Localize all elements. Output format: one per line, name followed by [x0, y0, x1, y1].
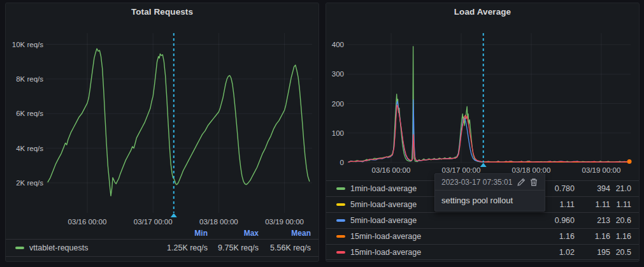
svg-text:2K req/s: 2K req/s [16, 179, 43, 187]
legend-total-requests: Min Max Mean vttablet-requests 1.25K req… [6, 227, 318, 257]
svg-text:03/16 00:00: 03/16 00:00 [372, 166, 411, 174]
legend-header-row: Min Max Mean [6, 227, 318, 239]
series-mean: 20.6 [610, 216, 631, 225]
svg-text:4K req/s: 4K req/s [16, 145, 43, 152]
svg-text:6K req/s: 6K req/s [16, 110, 43, 117]
series-mean: 1.16 [610, 232, 631, 241]
series-max: 213 [575, 216, 610, 225]
series-max: 1.11 [575, 200, 610, 209]
svg-text:03/16 00:00: 03/16 00:00 [68, 218, 107, 226]
trash-icon[interactable] [529, 178, 538, 187]
legend-header-mean[interactable]: Mean [259, 229, 311, 238]
series-max: 394 [575, 184, 610, 193]
series-label[interactable]: 5min-load-average [350, 216, 536, 225]
svg-text:10K req/s: 10K req/s [12, 41, 43, 48]
series-min: 1.25K req/s [154, 243, 208, 252]
svg-text:400: 400 [332, 41, 344, 48]
series-swatch [336, 219, 345, 222]
series-label[interactable]: vttablet-requests [29, 243, 154, 252]
series-mean: 20.5 [610, 248, 631, 257]
panel-total-requests: 2K req/s4K req/s6K req/s8K req/s10K req/… [5, 3, 319, 262]
annotation-tooltip: 2023-03-17 07:35:01 settings pool rollou… [434, 173, 545, 212]
legend-header-min[interactable]: Min [154, 229, 208, 238]
legend-row: vttablet-requests 1.25K req/s 9.75K req/… [6, 239, 318, 257]
svg-text:100: 100 [332, 129, 344, 137]
svg-text:200: 200 [332, 100, 344, 108]
series-mean: 1.11 [610, 200, 631, 209]
legend-row: 15min-load-average 1.16 1.16 1.16 [326, 228, 639, 244]
svg-text:8K req/s: 8K req/s [16, 75, 43, 83]
pencil-icon[interactable] [517, 178, 526, 187]
legend-row: 15min-load-average 1.02 195 20.5 [326, 244, 639, 260]
legend-header-max[interactable]: Max [208, 229, 259, 238]
series-min: 1.16 [536, 232, 575, 241]
svg-text:300: 300 [332, 70, 344, 78]
annotation-text: settings pool rollout [435, 191, 545, 211]
series-min: 1.02 [536, 248, 575, 257]
series-swatch [336, 203, 345, 206]
panel-load-average: 010020030040003/16 00:0003/17 00:0003/18… [326, 3, 640, 262]
series-mean: 5.56K req/s [259, 243, 311, 252]
svg-text:03/18 00:00: 03/18 00:00 [199, 218, 238, 226]
panel-title[interactable]: Load Average [326, 7, 639, 18]
legend-row: 5min-load-average 0.960 213 20.6 [326, 212, 639, 228]
series-swatch [15, 247, 24, 249]
series-min: 0.960 [536, 216, 575, 225]
svg-text:03/19 00:00: 03/19 00:00 [265, 218, 304, 226]
series-max: 9.75K req/s [208, 243, 259, 252]
svg-text:0: 0 [340, 159, 344, 166]
panel-title[interactable]: Total Requests [6, 7, 318, 18]
series-swatch [336, 235, 345, 238]
series-max: 1.16 [575, 232, 610, 241]
svg-text:03/17 00:00: 03/17 00:00 [134, 218, 173, 226]
series-label[interactable]: 15min-load-average [350, 232, 536, 241]
total-requests-chart[interactable]: 2K req/s4K req/s6K req/s8K req/s10K req/… [6, 3, 318, 261]
series-swatch [336, 251, 345, 254]
series-swatch [336, 187, 345, 190]
series-max: 195 [575, 248, 610, 257]
svg-text:03/19 00:00: 03/19 00:00 [582, 166, 621, 174]
series-label[interactable]: 15min-load-average [350, 248, 536, 257]
annotation-tooltip-header: 2023-03-17 07:35:01 [435, 174, 545, 191]
annotation-timestamp: 2023-03-17 07:35:01 [441, 178, 513, 187]
series-mean: 21.0 [610, 184, 631, 193]
